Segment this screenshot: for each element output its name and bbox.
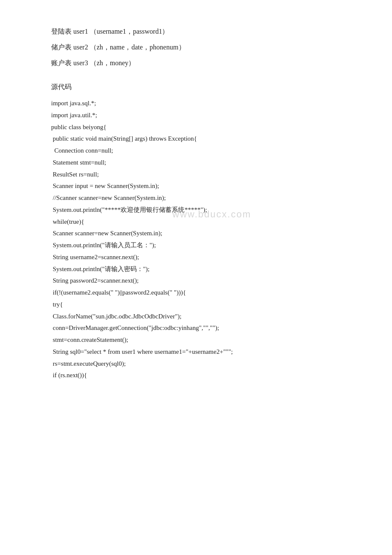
code-line-8: //Scanner scanner=new Scanner(System.in)… xyxy=(51,192,341,204)
table-def-1: 登陆表 user1 （username1，password1） xyxy=(51,26,341,38)
code-line-15: String password2=scanner.next(); xyxy=(51,275,341,287)
table-def-2: 储户表 user2 （zh，name，date，phonenum） xyxy=(51,41,341,54)
code-line-9: System.out.println("*****欢迎使用银行储蓄系统*****… xyxy=(51,204,341,216)
code-line-5: Statement stmt=null; xyxy=(51,157,341,169)
code-block: import java.sql.*; import java.util.*; p… xyxy=(51,98,341,382)
code-line-10: while(true){ xyxy=(51,216,341,228)
table-def-3: 账户表 user3 （zh，money） xyxy=(51,57,341,69)
code-line-16: if(!(username2.equals(" ")||password2.eq… xyxy=(51,287,341,299)
table-definitions: 登陆表 user1 （username1，password1） 储户表 user… xyxy=(51,26,341,69)
code-line-14: System.out.println("请输入密码："); xyxy=(51,263,341,275)
code-line-21: conn=DriverManager.getConnection("jdbc:o… xyxy=(51,322,341,334)
code-line-12: System.out.println("请输入员工名："); xyxy=(51,240,341,251)
code-line-24: rs=stmt.executeQuery(sql0); xyxy=(51,358,341,370)
code-line-25: if (rs.next()){ xyxy=(51,370,341,382)
code-line-23: String sql0="select * from user1 where u… xyxy=(51,346,341,358)
code-line-1: import java.util.*; xyxy=(51,110,341,121)
code-line-6: ResultSet rs=null; xyxy=(51,169,341,181)
code-line-17: try{ xyxy=(51,299,341,311)
code-line-13: String username2=scanner.next(); xyxy=(51,251,341,263)
code-line-2: public class beiyong{ xyxy=(51,121,341,133)
table-def-2-label: 储户表 user2 （zh，name，date，phonenum） xyxy=(51,43,185,51)
table-def-1-label: 登陆表 user1 （username1，password1） xyxy=(51,28,169,35)
code-line-7: Scanner input = new Scanner(System.in); xyxy=(51,180,341,192)
source-heading: 源代码 xyxy=(51,81,341,93)
code-line-22: stmt=conn.createStatement(); xyxy=(51,334,341,346)
code-line-11: Scanner scanner=new Scanner(System.in); xyxy=(51,228,341,240)
code-line-4: Connection conn=null; xyxy=(51,145,341,157)
code-line-0: import java.sql.*; xyxy=(51,98,341,110)
code-line-3: public static void main(String[] args) t… xyxy=(51,133,341,145)
table-def-3-label: 账户表 user3 （zh，money） xyxy=(51,59,135,66)
code-line-20: Class.forName("sun.jdbc.odbc.JdbcOdbcDri… xyxy=(51,311,341,323)
main-content: 登陆表 user1 （username1，password1） 储户表 user… xyxy=(51,26,341,382)
